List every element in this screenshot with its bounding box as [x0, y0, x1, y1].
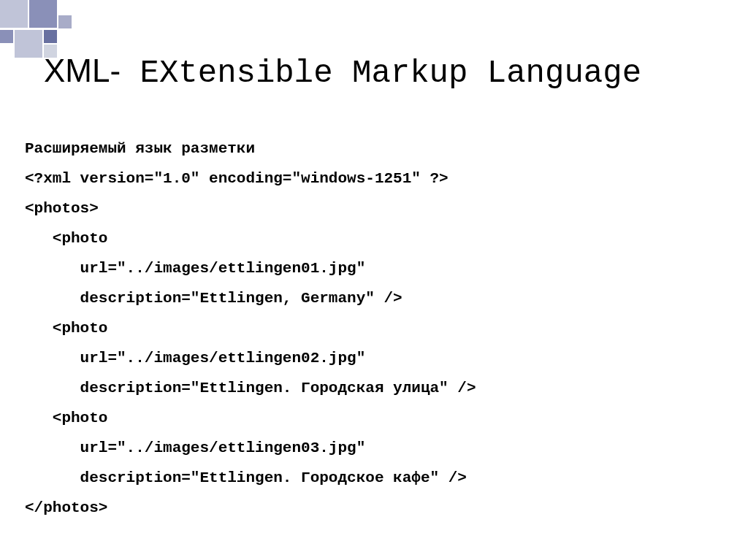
slide-title: XML- EXtensible Markup Language	[44, 53, 641, 91]
decoration-square	[15, 30, 42, 58]
decoration-square	[58, 15, 72, 28]
code-line: <photo	[25, 320, 107, 337]
title-bold-part: XML-	[44, 53, 121, 88]
code-line: <photo	[25, 410, 107, 426]
code-line: description="Ettlingen, Germany" />	[25, 290, 402, 307]
title-mono-part: EXtensible Markup Language	[121, 55, 641, 91]
decoration-square	[0, 0, 28, 28]
code-line: description="Ettlingen. Городская улица"…	[25, 380, 476, 396]
code-content: Расширяемый язык разметки <?xml version=…	[25, 134, 476, 523]
code-line: url="../images/ettlingen02.jpg"	[25, 350, 365, 367]
code-line: Расширяемый язык разметки	[25, 140, 255, 157]
code-line: url="../images/ettlingen01.jpg"	[25, 260, 365, 277]
code-line: <?xml version="1.0" encoding="windows-12…	[25, 170, 449, 187]
code-line: description="Ettlingen. Городское кафе" …	[25, 469, 467, 486]
code-line: </photos>	[25, 499, 107, 516]
code-line: <photo	[25, 230, 107, 247]
decoration-square	[29, 0, 57, 28]
code-line: url="../images/ettlingen03.jpg"	[25, 440, 365, 456]
decoration-square	[0, 30, 13, 43]
code-line: <photos>	[25, 200, 99, 217]
decoration-square	[44, 30, 57, 43]
